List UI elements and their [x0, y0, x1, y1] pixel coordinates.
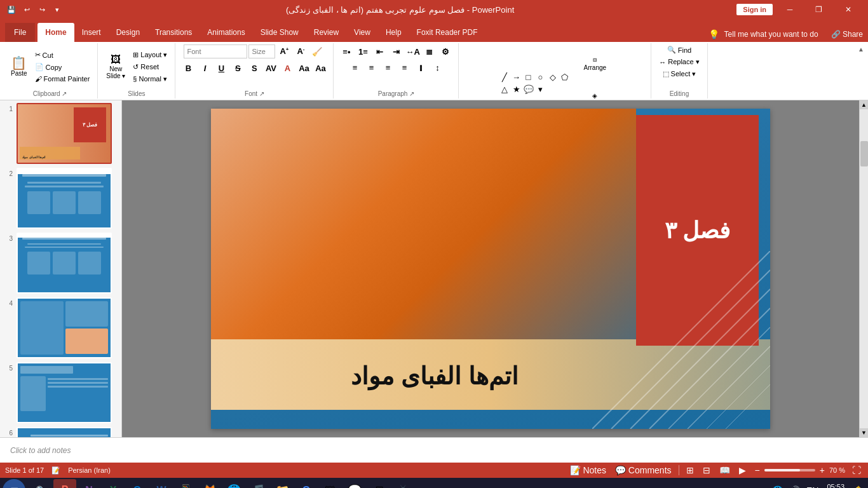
zoom-in-btn[interactable]: +: [818, 465, 827, 475]
slide-canvas[interactable]: فصل ۳ اتم‌ها الفبای مواد: [211, 109, 770, 429]
tab-foxit[interactable]: Foxit Reader PDF: [409, 23, 485, 42]
zoom-out-btn[interactable]: −: [753, 465, 762, 475]
ribbon-collapse-btn[interactable]: ▲: [857, 44, 865, 98]
convert-smartart-btn[interactable]: ⚙: [438, 44, 453, 58]
redo-btn[interactable]: ↪: [36, 3, 48, 16]
undo-btn[interactable]: ↩: [20, 3, 33, 16]
powerpoint-app[interactable]: P: [53, 479, 76, 488]
callout-btn[interactable]: 💬: [523, 84, 534, 95]
slide-thumb-3[interactable]: 3: [3, 233, 119, 294]
comments-btn[interactable]: 💬 Comments: [613, 465, 674, 475]
slideshow-btn[interactable]: ▶: [737, 465, 748, 475]
section-button[interactable]: § Normal ▾: [130, 74, 170, 85]
cut-button[interactable]: ✂ Cut: [32, 50, 93, 60]
align-right-btn[interactable]: ≡: [380, 60, 395, 74]
font-size-increase-btn[interactable]: A+: [276, 44, 292, 58]
star-btn[interactable]: ★: [511, 84, 522, 95]
bold-btn[interactable]: B: [180, 61, 196, 75]
bullets-btn[interactable]: ≡•: [339, 44, 354, 58]
paste-button[interactable]: 📋 Paste: [8, 48, 31, 86]
layout-button[interactable]: ⊞ Layout ▾: [130, 50, 170, 60]
slide-thumb-6[interactable]: 6: [3, 427, 119, 437]
security-app[interactable]: 🛡: [319, 479, 342, 488]
font-size-decrease-btn[interactable]: A-: [293, 44, 308, 58]
justify-btn[interactable]: ≡: [397, 60, 412, 74]
more-shapes-btn[interactable]: ▾: [535, 84, 546, 95]
save-quick-btn[interactable]: 💾: [5, 3, 18, 16]
tab-insert[interactable]: Insert: [74, 23, 109, 42]
word-app[interactable]: W: [150, 479, 173, 488]
scroll-down-btn[interactable]: ▼: [860, 428, 869, 437]
app2[interactable]: 💬: [343, 479, 366, 488]
spell-check-icon[interactable]: 📝: [51, 466, 60, 475]
slide-thumb-4[interactable]: 4: [3, 297, 119, 358]
restore-btn[interactable]: ❐: [804, 0, 834, 19]
tab-file[interactable]: File: [5, 23, 35, 42]
new-slide-button[interactable]: 🖼 NewSlide ▾: [103, 48, 128, 86]
notes-area[interactable]: Click to add notes: [0, 437, 868, 463]
numbering-btn[interactable]: 1≡: [355, 44, 370, 58]
rect-btn[interactable]: □: [523, 72, 534, 83]
clock[interactable]: 05:53 ب.ظ: [823, 483, 848, 489]
reading-view-btn[interactable]: 📖: [717, 465, 732, 475]
shadow-btn[interactable]: S: [247, 61, 262, 75]
slide-sorter-btn[interactable]: ⊟: [701, 465, 712, 475]
increase-indent-btn[interactable]: ⇥: [388, 44, 403, 58]
paragraph-expand[interactable]: ↗: [409, 90, 414, 97]
app1[interactable]: 📱: [174, 479, 197, 488]
tab-transitions[interactable]: Transitions: [147, 23, 200, 42]
parallelogram-btn[interactable]: ◇: [547, 72, 559, 83]
arrow-btn[interactable]: →: [511, 72, 522, 83]
excel-app[interactable]: X: [102, 479, 125, 488]
align-text-btn[interactable]: ≣: [421, 44, 437, 58]
align-left-btn[interactable]: ≡: [347, 60, 362, 74]
slide-thumb-5[interactable]: 5: [3, 362, 119, 423]
customize-btn[interactable]: ▾: [51, 3, 64, 16]
share-button[interactable]: 🔗 Share: [831, 30, 863, 39]
app3[interactable]: 🖥: [367, 479, 390, 488]
fit-slide-btn[interactable]: ⛶: [850, 465, 863, 475]
decrease-indent-btn[interactable]: ⇤: [372, 44, 387, 58]
minimize-btn[interactable]: ─: [775, 0, 804, 19]
replace-button[interactable]: ↔ Replace ▾: [656, 57, 702, 67]
font-name-input[interactable]: [184, 44, 247, 58]
font-color-btn[interactable]: A: [280, 61, 295, 75]
files-app[interactable]: 📁: [271, 479, 294, 488]
tab-review[interactable]: Review: [306, 23, 346, 42]
line-spacing-btn[interactable]: ↕: [430, 60, 445, 74]
scroll-thumb[interactable]: [860, 141, 868, 166]
vertical-scrollbar[interactable]: ▲ ▼: [859, 100, 868, 437]
signin-button[interactable]: Sign in: [736, 4, 773, 15]
keyboard-icon[interactable]: EN: [804, 485, 820, 488]
normal-view-btn[interactable]: ⊞: [684, 465, 696, 475]
pentagon-btn[interactable]: ⬠: [559, 72, 571, 83]
zoom-slider[interactable]: [764, 469, 815, 471]
triangle-btn[interactable]: △: [499, 84, 510, 95]
underline-btn[interactable]: U: [214, 61, 229, 75]
volume-icon[interactable]: 🔊: [787, 485, 802, 488]
arrange-button[interactable]: ⧈ Arrange: [579, 44, 612, 83]
slide-thumb-1[interactable]: 1 فصل ۳ اتم‌ها الفبای مواد: [3, 103, 119, 164]
clear-formatting-btn[interactable]: 🧹: [309, 44, 325, 58]
start-button[interactable]: ⊞: [3, 479, 25, 488]
music-app[interactable]: 🎵: [247, 479, 269, 488]
notifications-icon[interactable]: 🔔: [851, 485, 865, 488]
tell-me-icon[interactable]: 💡: [709, 29, 719, 39]
format-painter-button[interactable]: 🖌 Format Painter: [32, 74, 93, 84]
close-btn[interactable]: ✕: [834, 0, 863, 19]
tab-design[interactable]: Design: [109, 23, 147, 42]
tab-animations[interactable]: Animations: [200, 23, 252, 42]
search-app[interactable]: 🔍: [29, 479, 52, 488]
columns-btn[interactable]: ⫿: [413, 60, 428, 74]
tab-home[interactable]: Home: [37, 23, 74, 42]
text-direction-btn[interactable]: ↔A: [405, 44, 420, 58]
change-case-btn[interactable]: Aa: [313, 61, 328, 75]
outlook-app[interactable]: O: [126, 479, 149, 488]
quick-styles-button[interactable]: ◈ QuickStyles: [579, 84, 612, 100]
char-spacing-btn[interactable]: AV: [263, 61, 278, 75]
tab-slideshow[interactable]: Slide Show: [253, 23, 306, 42]
network-icon[interactable]: 🌐: [770, 485, 785, 488]
copy-button[interactable]: 📄 Copy: [32, 62, 93, 72]
strikethrough-btn[interactable]: S: [230, 61, 245, 75]
font-expand[interactable]: ↗: [259, 90, 264, 97]
